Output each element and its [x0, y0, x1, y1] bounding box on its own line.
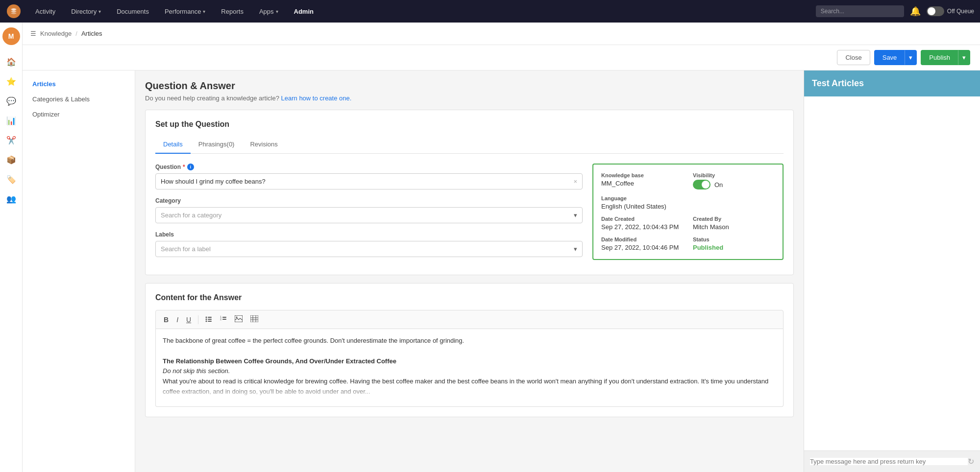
- question-label-text: Question: [155, 164, 181, 170]
- home-icon-btn[interactable]: 🏠: [2, 53, 20, 71]
- breadcrumb-parent[interactable]: Knowledge: [40, 30, 72, 37]
- tag-icon-btn[interactable]: 🏷️: [2, 170, 20, 188]
- metadata-card: Knowledge base MM_Coffee Visibility: [592, 164, 784, 260]
- left-nav-label-categories: Categories & Labels: [32, 95, 90, 103]
- nav-label-reports: Reports: [221, 8, 244, 15]
- svg-rect-6: [208, 321, 212, 322]
- meta-dm-label: Date Modified: [601, 236, 683, 242]
- list-ol-icon: 1. 2.: [220, 315, 227, 322]
- chat-input[interactable]: [810, 458, 968, 465]
- refresh-icon[interactable]: ↻: [968, 457, 974, 466]
- nav-label-performance: Performance: [165, 8, 201, 15]
- people-icon-btn[interactable]: 👥: [2, 190, 20, 208]
- toolbar-separator: [198, 315, 198, 324]
- svg-text:2.: 2.: [220, 318, 222, 321]
- editor-p3: What you're about to read is critical kn…: [163, 377, 776, 397]
- tab-revisions[interactable]: Revisions: [242, 137, 285, 154]
- underline-button[interactable]: U: [183, 314, 194, 326]
- svg-rect-13: [250, 315, 258, 322]
- user-avatar[interactable]: M: [2, 27, 20, 45]
- breadcrumb-separator: /: [75, 30, 77, 37]
- subtitle-text: Do you need help creating a knowledge ar…: [145, 94, 279, 102]
- clear-icon[interactable]: ×: [573, 178, 577, 185]
- logo[interactable]: [6, 3, 22, 19]
- close-button[interactable]: Close: [837, 50, 870, 65]
- labels-select[interactable]: Search for a label ▾: [155, 241, 583, 257]
- chat-icon-btn[interactable]: 💬: [2, 92, 20, 110]
- form-details-row: Question * i ×: [155, 164, 784, 265]
- meta-dc-value: Sep 27, 2022, 10:04:43 PM: [601, 223, 683, 231]
- queue-toggle: Off Queue: [927, 6, 974, 16]
- bold-button[interactable]: B: [161, 314, 172, 326]
- meta-dc-label: Date Created: [601, 216, 683, 222]
- unordered-list-button[interactable]: [202, 313, 215, 326]
- meta-vis-value: On: [714, 181, 723, 189]
- publish-dropdown-button[interactable]: ▾: [958, 50, 970, 65]
- icon-sidebar: M 🏠 ⭐ 💬 📊 ✂️ 📦 🏷️ 👥: [0, 23, 23, 472]
- svg-rect-8: [222, 317, 226, 318]
- editor-p1: The backbone of great coffee = the perfe…: [163, 336, 776, 346]
- outer-wrapper: ☰ Knowledge / Articles Close Save ▾ Publ…: [23, 23, 980, 472]
- nav-label-apps: Apps: [259, 8, 274, 15]
- nav-label-documents: Documents: [117, 8, 149, 15]
- nav-item-directory[interactable]: Directory ▾: [63, 0, 109, 23]
- labels-placeholder: Search for a label: [161, 245, 211, 253]
- labels-label: Labels: [155, 231, 583, 238]
- nav-item-apps[interactable]: Apps ▾: [251, 0, 286, 23]
- queue-toggle-label: Off Queue: [947, 8, 974, 15]
- nav-items: Activity Directory ▾ Documents Performan…: [27, 0, 321, 23]
- svg-point-12: [236, 317, 238, 318]
- question-input-wrapper: ×: [155, 173, 583, 189]
- publish-button-group: Publish ▾: [921, 50, 970, 65]
- nav-item-reports[interactable]: Reports: [213, 0, 251, 23]
- meta-status-value: Published: [693, 244, 775, 251]
- category-group: Category Search for a category ▾: [155, 197, 583, 223]
- learn-link[interactable]: Learn how to create one.: [281, 94, 352, 102]
- chevron-down-icon: ▾: [574, 212, 577, 219]
- left-nav-articles[interactable]: Articles: [23, 76, 135, 92]
- save-button[interactable]: Save: [874, 50, 905, 65]
- visibility-toggle-track[interactable]: [693, 180, 710, 189]
- image-button[interactable]: [232, 313, 245, 326]
- tab-phrasings[interactable]: Phrasings(0): [191, 137, 243, 154]
- left-nav-optimizer[interactable]: Optimizer: [23, 107, 135, 122]
- save-dropdown-button[interactable]: ▾: [905, 50, 917, 65]
- hamburger-icon[interactable]: ☰: [30, 30, 36, 37]
- meta-cb-label: Created By: [693, 216, 775, 222]
- star-icon-btn[interactable]: ⭐: [2, 72, 20, 90]
- nav-item-performance[interactable]: Performance ▾: [157, 0, 213, 23]
- nav-search-input[interactable]: [816, 5, 904, 17]
- editor-p2: Do not skip this section.: [163, 366, 776, 377]
- main-content: Question & Answer Do you need help creat…: [135, 71, 804, 472]
- svg-point-5: [206, 321, 207, 322]
- nav-label-directory: Directory: [71, 8, 97, 15]
- italic-button[interactable]: I: [173, 314, 181, 326]
- top-navigation: Activity Directory ▾ Documents Performan…: [0, 0, 980, 23]
- nav-item-activity[interactable]: Activity: [27, 0, 63, 23]
- required-marker: *: [183, 164, 185, 170]
- dashboard-icon-btn[interactable]: 📊: [2, 112, 20, 129]
- publish-button[interactable]: Publish: [921, 50, 958, 65]
- info-icon[interactable]: i: [187, 164, 194, 170]
- box-icon-btn[interactable]: 📦: [2, 151, 20, 168]
- nav-item-documents[interactable]: Documents: [109, 0, 157, 23]
- queue-toggle-switch[interactable]: [927, 6, 944, 16]
- category-select[interactable]: Search for a category ▾: [155, 207, 583, 223]
- left-nav-categories[interactable]: Categories & Labels: [23, 92, 135, 107]
- ordered-list-button[interactable]: 1. 2.: [217, 313, 230, 326]
- nav-label-admin: Admin: [294, 8, 314, 15]
- right-panel: Test Articles ↻: [804, 71, 980, 472]
- nav-item-admin[interactable]: Admin: [286, 0, 321, 23]
- toggle-thumb: [928, 7, 935, 15]
- visibility-toggle: On: [693, 180, 775, 189]
- tab-details[interactable]: Details: [155, 137, 191, 154]
- meta-status-label: Status: [693, 236, 775, 242]
- table-button[interactable]: [247, 313, 261, 326]
- bell-icon[interactable]: 🔔: [910, 6, 921, 17]
- scissors-icon-btn[interactable]: ✂️: [2, 131, 20, 149]
- breadcrumb: ☰ Knowledge / Articles: [23, 23, 980, 45]
- question-input[interactable]: [161, 178, 573, 185]
- chat-bar: ↻: [804, 450, 980, 472]
- editor-body[interactable]: The backbone of great coffee = the perfe…: [155, 329, 784, 407]
- content-section: Content for the Answer B I U: [145, 283, 794, 417]
